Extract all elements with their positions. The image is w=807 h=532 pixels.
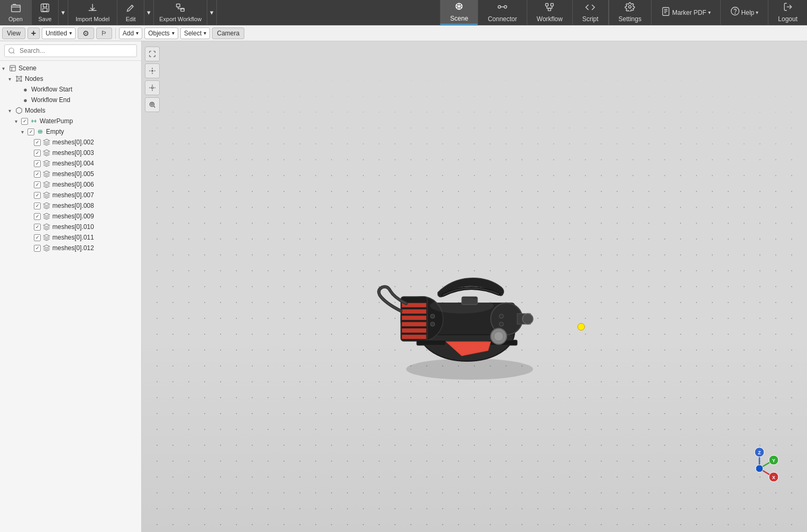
- objects-select[interactable]: Objects ▾: [144, 27, 178, 39]
- mesh-checkbox-4[interactable]: [34, 181, 41, 188]
- tab-script[interactable]: Script: [572, 0, 608, 25]
- sidebar-resize-handle[interactable]: [282, 41, 285, 532]
- import-model-button[interactable]: Import Model: [68, 0, 117, 25]
- perspective-tool-button[interactable]: [145, 63, 160, 78]
- marker-pdf-button[interactable]: Marker PDF ▾: [651, 0, 720, 25]
- search-input[interactable]: [4, 44, 137, 57]
- mesh-checkbox-5[interactable]: [34, 192, 41, 199]
- tree-item-workflow-end[interactable]: ● Workflow End: [0, 95, 141, 105]
- mesh-checkbox-9[interactable]: [34, 234, 41, 241]
- svg-rect-17: [10, 66, 16, 71]
- svg-rect-2: [43, 4, 47, 7]
- svg-text:Z: Z: [758, 450, 761, 455]
- select-select[interactable]: Select ▾: [180, 27, 210, 39]
- waterpump-checkbox[interactable]: [21, 118, 28, 125]
- edit-label: Edit: [126, 16, 136, 22]
- svg-rect-9: [546, 3, 548, 6]
- svg-point-22: [21, 80, 22, 81]
- svg-point-18: [19, 78, 20, 79]
- mesh-checkbox-2[interactable]: [34, 160, 41, 167]
- logout-label: Logout: [778, 15, 797, 23]
- camera-label: Camera: [217, 30, 240, 37]
- svg-point-31: [151, 104, 153, 106]
- scene-arrow: ▾: [2, 66, 8, 71]
- mesh-checkbox-10[interactable]: [34, 245, 41, 252]
- settings-label: Settings: [619, 15, 641, 23]
- empty-checkbox[interactable]: [27, 129, 34, 135]
- objects-dropdown-arrow: ▾: [172, 30, 175, 36]
- settings-button[interactable]: Settings: [609, 0, 651, 25]
- svg-rect-1: [41, 4, 49, 12]
- scene-options-button[interactable]: ⚙: [78, 27, 94, 39]
- tab-scene[interactable]: Scene: [440, 0, 478, 25]
- mesh-label-2: meshes[0].004: [52, 160, 94, 167]
- mesh-icon-0: [42, 138, 51, 146]
- scene-name-value: Untitled: [45, 30, 67, 37]
- open-button[interactable]: Open: [0, 0, 32, 25]
- top-toolbar: Open Save ▾ Import Model Edit ▾: [0, 0, 807, 25]
- tree-item-mesh-7[interactable]: meshes[0].009: [0, 211, 141, 222]
- tree-item-nodes[interactable]: ▾ Nodes: [0, 74, 141, 84]
- tree-models-label: Models: [25, 107, 45, 114]
- viewport[interactable]: X Y Z: [142, 41, 807, 532]
- svg-point-51: [430, 322, 435, 326]
- tab-workflow[interactable]: Workflow: [527, 0, 572, 25]
- export-workflow-button[interactable]: Export Workflow: [154, 0, 207, 25]
- tab-script-label: Script: [582, 15, 599, 23]
- tree-item-empty[interactable]: ▾ Empty: [0, 126, 141, 137]
- add-new-button[interactable]: +: [27, 27, 40, 39]
- view-button[interactable]: View: [2, 27, 25, 39]
- camera-button[interactable]: Camera: [212, 27, 244, 39]
- tree-item-mesh-2[interactable]: meshes[0].004: [0, 158, 141, 169]
- tree-item-mesh-9[interactable]: meshes[0].011: [0, 232, 141, 243]
- add-label: Add: [123, 30, 134, 37]
- workflow-icon: [544, 2, 555, 14]
- tree-item-workflow-start[interactable]: ● Workflow Start: [0, 84, 141, 95]
- tree-waterpump-label: WaterPump: [40, 117, 73, 125]
- svg-rect-3: [43, 8, 47, 12]
- move-tool-button[interactable]: [145, 80, 160, 95]
- tree-item-mesh-3[interactable]: meshes[0].005: [0, 169, 141, 179]
- tab-connector[interactable]: Connector: [478, 0, 526, 25]
- mesh-checkbox-0[interactable]: [34, 139, 41, 146]
- maximize-tool-button[interactable]: [145, 47, 160, 61]
- tree-item-mesh-6[interactable]: meshes[0].008: [0, 200, 141, 211]
- mesh-checkbox-6[interactable]: [34, 203, 41, 209]
- marker-pdf-icon: [661, 6, 671, 19]
- save-button[interactable]: Save: [32, 0, 58, 25]
- tab-connector-label: Connector: [488, 15, 517, 23]
- marker-pdf-arrow[interactable]: ▾: [708, 10, 711, 15]
- mesh-label-3: meshes[0].005: [52, 170, 94, 178]
- tree-item-models[interactable]: ▾ Models: [0, 105, 141, 116]
- logout-button[interactable]: Logout: [768, 0, 807, 25]
- tree-item-scene[interactable]: ▾ Scene: [0, 63, 141, 74]
- save-dropdown-arrow[interactable]: ▾: [58, 0, 68, 25]
- mesh-icon-4: [42, 180, 51, 189]
- help-button[interactable]: Help ▾: [720, 0, 768, 25]
- svg-point-12: [629, 6, 631, 8]
- mesh-icon-1: [42, 149, 51, 157]
- mesh-checkbox-8[interactable]: [34, 224, 41, 231]
- scene-flag-button[interactable]: 🏳: [96, 27, 112, 39]
- mesh-label-4: meshes[0].006: [52, 181, 94, 188]
- tree-item-mesh-8[interactable]: meshes[0].010: [0, 222, 141, 232]
- add-select[interactable]: Add ▾: [119, 27, 142, 39]
- export-workflow-dropdown-arrow[interactable]: ▾: [207, 0, 216, 25]
- scene-name-select[interactable]: Untitled ▾: [42, 27, 76, 39]
- edit-dropdown-arrow[interactable]: ▾: [144, 0, 153, 25]
- tree-item-mesh-4[interactable]: meshes[0].006: [0, 179, 141, 190]
- tree-item-waterpump[interactable]: ▾ WaterPump: [0, 116, 141, 126]
- mesh-checkbox-1[interactable]: [34, 150, 41, 157]
- mesh-label-8: meshes[0].010: [52, 223, 94, 231]
- tree-empty-label: Empty: [46, 128, 64, 135]
- zoom-tool-button[interactable]: [145, 97, 160, 112]
- tree-item-mesh-10[interactable]: meshes[0].012: [0, 243, 141, 253]
- tree-item-mesh-1[interactable]: meshes[0].003: [0, 148, 141, 158]
- mesh-icon-6: [42, 201, 51, 210]
- tree-item-mesh-0[interactable]: meshes[0].002: [0, 137, 141, 148]
- mesh-checkbox-7[interactable]: [34, 213, 41, 220]
- help-arrow[interactable]: ▾: [756, 10, 758, 15]
- mesh-checkbox-3[interactable]: [34, 171, 41, 178]
- tree-item-mesh-5[interactable]: meshes[0].007: [0, 190, 141, 200]
- edit-button[interactable]: Edit: [117, 0, 144, 25]
